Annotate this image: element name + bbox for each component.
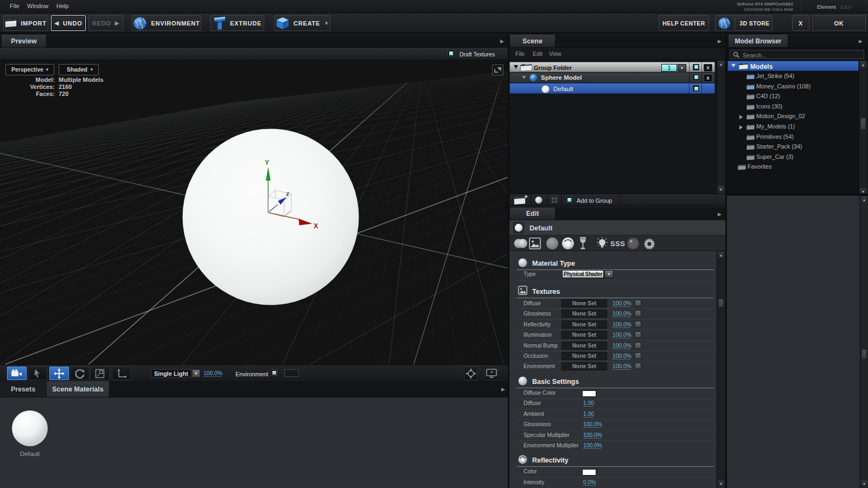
svg-text:Y: Y [265,159,270,166]
svg-text:X: X [314,222,318,230]
svg-text:z: z [286,190,290,197]
